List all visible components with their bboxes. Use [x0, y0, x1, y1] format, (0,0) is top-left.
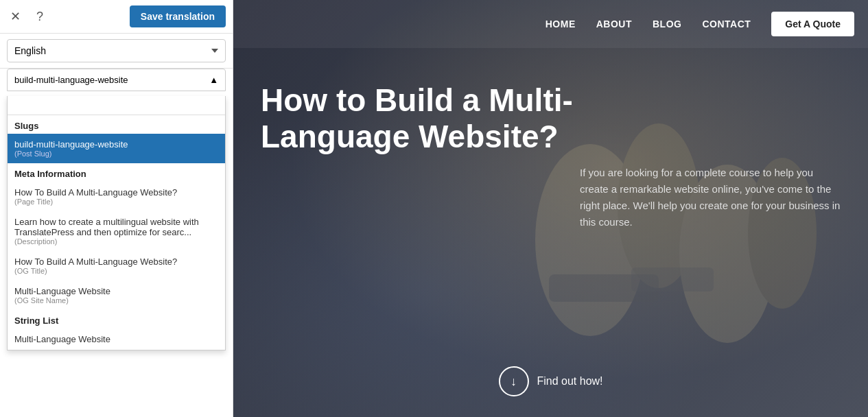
find-out-text: Find out how! — [537, 375, 602, 388]
dropdown-item-sublabel: (OG Title) — [14, 267, 218, 275]
dropdown-scroll: Slugs build-multi-language-website (Post… — [8, 115, 225, 350]
hero-description: If you are looking for a complete course… — [580, 165, 841, 230]
dropdown-item-sublabel: (Post Slug) — [14, 150, 218, 158]
dropdown-item-text: Multi-Language Website — [14, 286, 110, 296]
svg-rect-5 — [631, 267, 714, 291]
language-select[interactable]: English French Spanish German — [7, 39, 226, 62]
slug-dropdown: Slugs build-multi-language-website (Post… — [7, 96, 226, 350]
dropdown-item-string-1[interactable]: Multi-Language Website — [8, 329, 225, 350]
left-panel: ✕ ? Save translation English French Span… — [0, 0, 233, 417]
slug-current-value: build-multi-language-website — [14, 75, 128, 85]
find-out-section[interactable]: ↓ Find out how! — [498, 366, 602, 396]
dropdown-item-sublabel: (OG Site Name) — [14, 296, 218, 305]
help-button[interactable]: ? — [32, 8, 48, 25]
dropdown-item-slug-1[interactable]: build-multi-language-website (Post Slug) — [8, 134, 225, 163]
find-out-icon: ↓ — [498, 366, 528, 396]
nav-home[interactable]: HOME — [546, 19, 576, 29]
dropdown-item-meta-4[interactable]: Multi-Language Website (OG Site Name) — [8, 281, 225, 310]
section-label-stringlist: String List — [8, 310, 225, 329]
dropdown-item-text: How To Build A Multi-Language Website? — [14, 257, 177, 267]
nav-bar: HOME ABOUT BLOG CONTACT Get A Quote — [233, 0, 868, 48]
section-label-slugs: Slugs — [8, 115, 225, 134]
dropdown-item-sublabel: (Page Title) — [14, 198, 218, 206]
hero-title: How to Build a Multi-Language Website? — [261, 82, 672, 155]
chevron-up-icon: ▲ — [209, 75, 218, 85]
nav-about[interactable]: ABOUT — [596, 19, 632, 29]
slug-search-input[interactable] — [8, 96, 225, 115]
nav-blog[interactable]: BLOG — [653, 19, 681, 29]
nav-contact[interactable]: CONTACT — [702, 19, 751, 29]
close-button[interactable]: ✕ — [7, 8, 23, 25]
dropdown-item-meta-3[interactable]: How To Build A Multi-Language Website? (… — [8, 251, 225, 281]
section-label-meta: Meta Information — [8, 163, 225, 182]
website-preview: HOME ABOUT BLOG CONTACT Get A Quote How … — [233, 0, 868, 417]
dropdown-item-text: build-multi-language-website — [14, 139, 128, 150]
slug-select-wrap: build-multi-language-website ▲ Slugs bui… — [0, 69, 233, 97]
slug-select-header[interactable]: build-multi-language-website ▲ — [7, 69, 226, 91]
dropdown-item-meta-1[interactable]: How To Build A Multi-Language Website? (… — [8, 182, 225, 211]
dropdown-item-sublabel: (Description) — [14, 237, 218, 246]
dropdown-item-text: Multi-Language Website — [14, 334, 110, 344]
dropdown-item-meta-2[interactable]: Learn how to create a multilingual websi… — [8, 211, 225, 251]
dropdown-item-text: How To Build A Multi-Language Website? — [14, 187, 177, 198]
nav-cta-button[interactable]: Get A Quote — [771, 12, 854, 36]
hero-content: How to Build a Multi-Language Website? — [261, 82, 841, 176]
save-translation-button[interactable]: Save translation — [130, 5, 226, 27]
dropdown-item-text: Learn how to create a multilingual websi… — [14, 217, 199, 237]
language-select-wrap: English French Spanish German — [0, 34, 233, 69]
top-toolbar: ✕ ? Save translation — [0, 0, 233, 34]
